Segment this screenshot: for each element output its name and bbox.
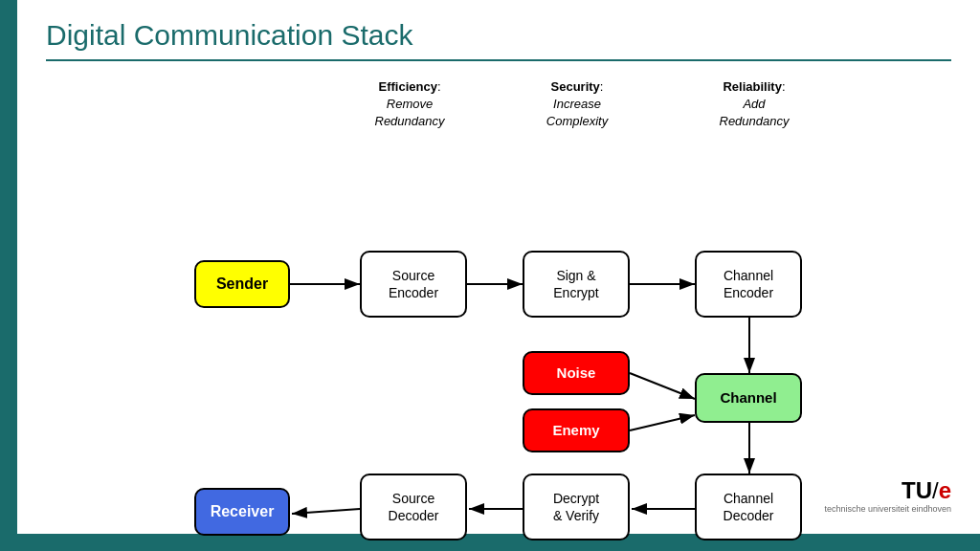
tue-subtitle: technische universiteit eindhoven	[824, 504, 951, 514]
bottom-accent-bar	[0, 534, 980, 551]
channel-decoder-box: ChannelDecoder	[695, 474, 802, 540]
efficiency-header: Efficiency: RemoveRedundancy	[347, 78, 472, 131]
decrypt-verify-box: Decrypt& Verify	[523, 474, 630, 540]
sign-encrypt-box: Sign &Encrypt	[523, 251, 630, 318]
source-encoder-box: SourceEncoder	[360, 251, 467, 318]
svg-line-6	[630, 415, 695, 430]
sender-box: Sender	[194, 260, 290, 308]
svg-line-10	[292, 509, 360, 514]
page-title: Digital Communication Stack	[46, 19, 951, 52]
receiver-box: Receiver	[194, 488, 290, 536]
diagram-area: Efficiency: RemoveRedundancy Security: I…	[46, 78, 951, 518]
source-decoder-box: SourceDecoder	[360, 474, 467, 540]
reliability-header: Reliability: AddRedundancy	[692, 78, 816, 131]
arrows-layer	[46, 78, 951, 518]
channel-encoder-box: ChannelEncoder	[695, 251, 802, 318]
main-content: Digital Communication Stack Efficiency: …	[17, 0, 980, 534]
enemy-box: Enemy	[523, 408, 630, 452]
security-header: Security: IncreaseComplexity	[515, 78, 639, 131]
left-accent-bar	[0, 0, 17, 551]
title-divider	[46, 59, 951, 61]
svg-line-5	[630, 373, 695, 399]
noise-box: Noise	[523, 351, 630, 395]
channel-box: Channel	[695, 373, 802, 423]
tue-logo: TU/e technische universiteit eindhoven	[824, 477, 951, 514]
